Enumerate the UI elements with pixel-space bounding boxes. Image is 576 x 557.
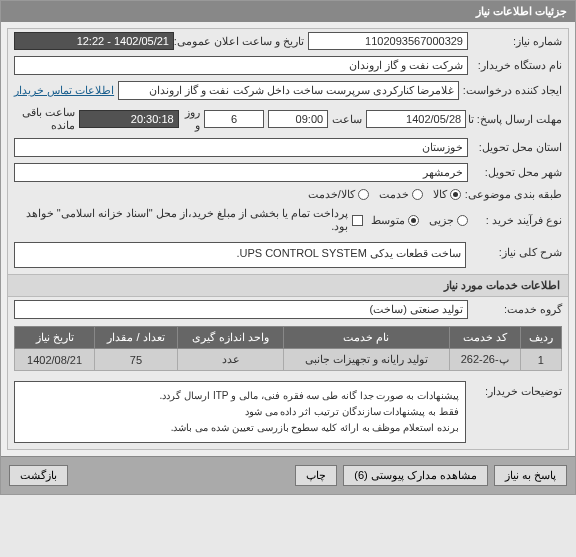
cell-qty: 75 bbox=[95, 349, 178, 371]
time-field: 09:00 bbox=[268, 110, 328, 128]
services-table: ردیف کد خدمت نام خدمت واحد اندازه گیری ت… bbox=[14, 326, 562, 371]
remain-time-field: 20:30:18 bbox=[79, 110, 179, 128]
pay-checkbox[interactable] bbox=[352, 215, 363, 226]
city-label: شهر محل تحویل: bbox=[472, 166, 562, 179]
deadline-date-field: 1402/05/28 bbox=[366, 110, 466, 128]
process-label: نوع فرآیند خرید : bbox=[472, 214, 562, 227]
radio-small[interactable] bbox=[457, 215, 468, 226]
province-label: استان محل تحویل: bbox=[472, 141, 562, 154]
main-panel: شماره نیاز: 1102093567000329 تاریخ و ساع… bbox=[7, 28, 569, 450]
saat-label: ساعت bbox=[332, 113, 362, 126]
th-date: تاریخ نیاز bbox=[15, 327, 95, 349]
radio-both-label: کالا/خدمت bbox=[308, 188, 355, 201]
cell-idx: 1 bbox=[520, 349, 561, 371]
radio-kala-label: کالا bbox=[433, 188, 447, 201]
contact-link[interactable]: اطلاعات تماس خریدار bbox=[14, 84, 114, 97]
th-idx: ردیف bbox=[520, 327, 561, 349]
day-count-field: 6 bbox=[204, 110, 264, 128]
need-no-field: 1102093567000329 bbox=[308, 32, 468, 50]
remain-label: ساعت باقی مانده bbox=[14, 106, 75, 132]
radio-both[interactable] bbox=[358, 189, 369, 200]
attachments-button[interactable]: مشاهده مدارک پیوستی (6) bbox=[343, 465, 488, 486]
titlebar: جزئیات اطلاعات نیاز bbox=[1, 1, 575, 22]
cell-name: تولید رایانه و تجهیزات جانبی bbox=[284, 349, 449, 371]
service-group-label: گروه خدمت: bbox=[472, 303, 562, 316]
announce-label: تاریخ و ساعت اعلان عمومی: bbox=[178, 35, 304, 48]
service-group-field: تولید صنعتی (ساخت) bbox=[14, 300, 468, 319]
th-code: کد خدمت bbox=[449, 327, 520, 349]
buyer-field: شرکت نفت و گاز اروندان bbox=[14, 56, 468, 75]
back-button[interactable]: بازگشت bbox=[9, 465, 68, 486]
general-desc-field: ساخت قطعات یدکی UPS CONTROL SYSTEM. bbox=[14, 242, 466, 268]
th-unit: واحد اندازه گیری bbox=[177, 327, 283, 349]
th-name: نام خدمت bbox=[284, 327, 449, 349]
radio-medium-label: متوسط bbox=[371, 214, 405, 227]
window: جزئیات اطلاعات نیاز شماره نیاز: 11020935… bbox=[0, 0, 576, 495]
cell-date: 1402/08/21 bbox=[15, 349, 95, 371]
services-section-title: اطلاعات خدمات مورد نیاز bbox=[8, 274, 568, 297]
buyer-label: نام دستگاه خریدار: bbox=[472, 59, 562, 72]
deadline-label: مهلت ارسال پاسخ: تا تاریخ: bbox=[470, 113, 562, 126]
buyer-notes-label: توضیحات خریدار: bbox=[472, 381, 562, 398]
radio-khadamat-label: خدمت bbox=[379, 188, 409, 201]
general-desc-label: شرح کلی نیاز: bbox=[472, 242, 562, 259]
buyer-notes-field: پیشنهادات به صورت جدا گانه طی سه فقره فن… bbox=[14, 381, 466, 443]
radio-small-label: جزیی bbox=[429, 214, 454, 227]
cell-code: پ-26-262 bbox=[449, 349, 520, 371]
creator-field: غلامرضا کنارکردی سرپرست ساخت داخل شرکت ن… bbox=[118, 81, 459, 100]
th-qty: تعداد / مقدار bbox=[95, 327, 178, 349]
need-no-label: شماره نیاز: bbox=[472, 35, 562, 48]
footer: پاسخ به نیاز مشاهده مدارک پیوستی (6) چاپ… bbox=[1, 456, 575, 494]
print-button[interactable]: چاپ bbox=[295, 465, 337, 486]
category-radio-group: کالا خدمت کالا/خدمت bbox=[308, 188, 461, 201]
radio-medium[interactable] bbox=[408, 215, 419, 226]
radio-kala[interactable] bbox=[450, 189, 461, 200]
category-label: طبقه بندی موضوعی: bbox=[465, 188, 562, 201]
creator-label: ایجاد کننده درخواست: bbox=[463, 84, 562, 97]
process-radio-group: جزیی متوسط bbox=[371, 214, 468, 227]
announce-field: 1402/05/21 - 12:22 bbox=[14, 32, 174, 50]
table-row: 1 پ-26-262 تولید رایانه و تجهیزات جانبی … bbox=[15, 349, 562, 371]
city-field: خرمشهر bbox=[14, 163, 468, 182]
radio-khadamat[interactable] bbox=[412, 189, 423, 200]
reply-button[interactable]: پاسخ به نیاز bbox=[494, 465, 567, 486]
roz-label: روز و bbox=[183, 106, 200, 132]
cell-unit: عدد bbox=[177, 349, 283, 371]
province-field: خوزستان bbox=[14, 138, 468, 157]
pay-note: پرداخت تمام یا بخشی از مبلغ خرید،از محل … bbox=[14, 207, 348, 233]
